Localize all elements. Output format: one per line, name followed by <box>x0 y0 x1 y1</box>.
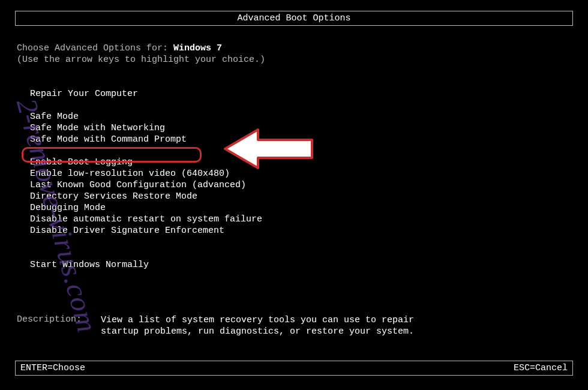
option-safe-mode[interactable]: Safe Mode <box>30 111 571 122</box>
choose-prefix: Choose Advanced Options for: <box>17 43 173 53</box>
option-lkgc[interactable]: Last Known Good Configuration (advanced) <box>30 179 571 191</box>
option-no-restart[interactable]: Disable automatic restart on system fail… <box>30 214 571 225</box>
option-debug[interactable]: Debugging Mode <box>30 202 571 214</box>
option-safe-mode-networking[interactable]: Safe Mode with Networking <box>30 122 571 134</box>
description-label: Description: <box>17 314 82 337</box>
option-no-sig[interactable]: Disable Driver Signature Enforcement <box>30 225 571 236</box>
option-repair[interactable]: Repair Your Computer <box>30 88 571 100</box>
description-text: View a list of system recovery tools you… <box>101 314 437 337</box>
footer-enter: ENTER=Choose <box>20 363 85 373</box>
option-dsrm[interactable]: Directory Services Restore Mode <box>30 191 571 202</box>
option-start-normally[interactable]: Start Windows Normally <box>30 259 571 271</box>
hint-text: (Use the arrow keys to highlight your ch… <box>17 54 571 65</box>
option-safe-mode-cmd[interactable]: Safe Mode with Command Prompt <box>30 134 571 145</box>
os-name: Windows 7 <box>173 43 222 53</box>
main-content: Choose Advanced Options for: Windows 7 (… <box>0 26 588 271</box>
title-bar: Advanced Boot Options <box>15 11 573 26</box>
options-section: Repair Your Computer Safe Mode Safe Mode… <box>17 88 571 271</box>
title-text: Advanced Boot Options <box>237 13 350 23</box>
footer-esc: ESC=Cancel <box>514 363 568 373</box>
footer-bar: ENTER=Choose ESC=Cancel <box>15 361 573 376</box>
description-area: Description: View a list of system recov… <box>17 314 437 337</box>
option-boot-logging[interactable]: Enable Boot Logging <box>30 157 571 168</box>
option-low-res[interactable]: Enable low-resolution video (640x480) <box>30 168 571 179</box>
choose-line: Choose Advanced Options for: Windows 7 <box>17 43 571 54</box>
